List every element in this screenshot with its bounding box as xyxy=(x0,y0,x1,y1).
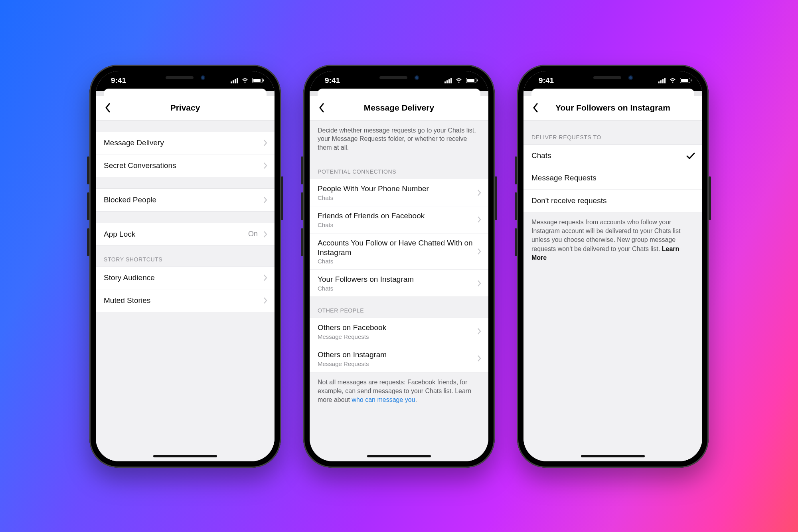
cellular-icon xyxy=(658,78,666,83)
row-label: Message Delivery xyxy=(104,138,259,148)
row-label: Friends of Friends on Facebook xyxy=(318,211,473,221)
chevron-left-icon xyxy=(533,103,538,113)
home-indicator[interactable] xyxy=(581,455,645,457)
status-time: 9:41 xyxy=(111,76,126,85)
settings-group: Story Audience Muted Stories xyxy=(96,267,275,312)
footnote-text: Message requests from accounts who follo… xyxy=(531,219,681,252)
option-label: Don't receive requests xyxy=(531,196,695,206)
section-header: DELIVER REQUESTS TO xyxy=(523,121,702,144)
chevron-right-icon xyxy=(263,162,267,169)
chevron-left-icon xyxy=(319,103,324,113)
row-others-instagram[interactable]: Others on Instagram Message Requests xyxy=(310,345,488,372)
row-muted-stories[interactable]: Muted Stories xyxy=(96,289,275,312)
chevron-right-icon xyxy=(477,355,481,362)
back-button[interactable] xyxy=(310,96,334,120)
content-scroll[interactable]: Message Delivery Secret Conversations Bl… xyxy=(96,121,275,461)
chevron-left-icon xyxy=(105,103,111,113)
row-message-delivery[interactable]: Message Delivery xyxy=(96,132,275,154)
card-stack xyxy=(310,91,488,96)
option-dont-receive[interactable]: Don't receive requests xyxy=(523,190,702,212)
battery-icon xyxy=(466,78,476,83)
battery-icon xyxy=(680,78,690,83)
row-label: Others on Instagram xyxy=(318,350,473,360)
section-header: POTENTIAL CONNECTIONS xyxy=(310,158,488,179)
chevron-right-icon xyxy=(477,328,481,335)
section-header: OTHER PEOPLE xyxy=(310,297,488,318)
row-story-audience[interactable]: Story Audience xyxy=(96,267,275,289)
row-label: Secret Conversations xyxy=(104,161,259,170)
page-title: Message Delivery xyxy=(310,103,488,113)
option-group: Chats Message Requests Don't receive req… xyxy=(523,144,702,212)
row-label: Blocked People xyxy=(104,195,259,205)
notch xyxy=(355,71,443,85)
home-indicator[interactable] xyxy=(153,455,217,457)
phone-privacy: 9:41 Privacy Message Delivery xyxy=(89,65,281,468)
content-scroll[interactable]: Decide whether message requests go to yo… xyxy=(310,121,488,461)
notch xyxy=(569,71,657,85)
row-value: On xyxy=(248,230,258,238)
option-message-requests[interactable]: Message Requests xyxy=(523,167,702,190)
option-chats[interactable]: Chats xyxy=(523,145,702,167)
back-button[interactable] xyxy=(523,96,547,120)
row-sub: Message Requests xyxy=(318,360,473,367)
settings-group: Message Delivery Secret Conversations xyxy=(96,132,275,177)
chevron-right-icon xyxy=(263,274,267,281)
nav-bar: Your Followers on Instagram xyxy=(523,96,702,121)
battery-icon xyxy=(252,78,263,83)
row-phone-number[interactable]: People With Your Phone Number Chats xyxy=(310,179,488,206)
footer-note: Message requests from accounts who follo… xyxy=(523,212,702,272)
phone-message-delivery: 9:41 Message Delivery Decide whether mes… xyxy=(303,65,495,468)
settings-group: Blocked People xyxy=(96,188,275,212)
page-description: Decide whether message requests go to yo… xyxy=(310,121,488,158)
section-header: STORY SHORTCUTS xyxy=(96,246,275,267)
check-icon xyxy=(686,152,695,159)
chevron-right-icon xyxy=(477,248,481,255)
row-label: App Lock xyxy=(104,229,244,239)
chevron-right-icon xyxy=(263,297,267,304)
chevron-right-icon xyxy=(263,139,267,146)
row-label: People With Your Phone Number xyxy=(318,184,473,194)
row-sub: Message Requests xyxy=(318,333,473,340)
notch xyxy=(141,71,229,85)
cellular-icon xyxy=(231,78,238,83)
back-button[interactable] xyxy=(96,96,120,120)
row-sub: Chats xyxy=(318,258,473,265)
card-stack xyxy=(96,91,275,96)
wifi-icon xyxy=(241,77,249,85)
settings-group: Others on Facebook Message Requests Othe… xyxy=(310,318,488,372)
row-sub: Chats xyxy=(318,194,473,201)
home-indicator[interactable] xyxy=(367,455,431,457)
row-label: Accounts You Follow or Have Chatted With… xyxy=(318,238,473,257)
chevron-right-icon xyxy=(263,231,267,238)
row-friends-of-friends[interactable]: Friends of Friends on Facebook Chats xyxy=(310,206,488,233)
row-blocked-people[interactable]: Blocked People xyxy=(96,189,275,211)
cellular-icon xyxy=(444,78,452,83)
nav-bar: Message Delivery xyxy=(310,96,488,121)
row-secret-conversations[interactable]: Secret Conversations xyxy=(96,154,275,177)
option-label: Chats xyxy=(531,151,682,160)
footnote-suffix: . xyxy=(415,396,417,403)
footer-note: Not all messages are requests: Facebook … xyxy=(310,372,488,414)
option-label: Message Requests xyxy=(531,173,695,183)
chevron-right-icon xyxy=(477,280,481,287)
status-time: 9:41 xyxy=(325,76,340,85)
chevron-right-icon xyxy=(477,189,481,196)
page-title: Privacy xyxy=(96,103,275,113)
page-title: Your Followers on Instagram xyxy=(523,103,702,113)
row-sub: Chats xyxy=(318,285,473,292)
footnote-link[interactable]: who can message you xyxy=(352,396,415,403)
status-time: 9:41 xyxy=(539,76,554,85)
settings-group: App Lock On xyxy=(96,223,275,246)
content-scroll[interactable]: DELIVER REQUESTS TO Chats Message Reques… xyxy=(523,121,702,461)
row-label: Your Followers on Instagram xyxy=(318,275,473,284)
row-others-facebook[interactable]: Others on Facebook Message Requests xyxy=(310,318,488,345)
chevron-right-icon xyxy=(263,196,267,204)
nav-bar: Privacy xyxy=(96,96,275,121)
row-app-lock[interactable]: App Lock On xyxy=(96,223,275,245)
row-accounts-you-follow[interactable]: Accounts You Follow or Have Chatted With… xyxy=(310,233,488,270)
chevron-right-icon xyxy=(477,216,481,223)
wifi-icon xyxy=(669,77,677,85)
row-label: Muted Stories xyxy=(104,296,259,305)
row-label: Story Audience xyxy=(104,273,259,283)
row-your-followers[interactable]: Your Followers on Instagram Chats xyxy=(310,270,488,297)
